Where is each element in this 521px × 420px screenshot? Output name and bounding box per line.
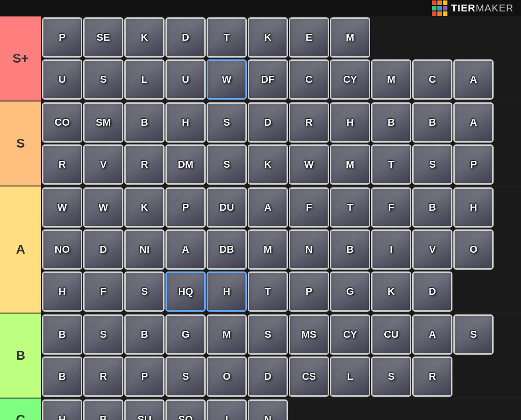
- char-D-a[interactable]: D: [83, 229, 123, 270]
- char-M[interactable]: M: [330, 17, 370, 58]
- char-U2[interactable]: U: [165, 59, 206, 100]
- char-W-a2[interactable]: W: [83, 187, 123, 228]
- char-S-s3[interactable]: S: [412, 144, 452, 185]
- char-B-b2[interactable]: B: [124, 314, 165, 355]
- char-H-a3[interactable]: HPI: [207, 271, 247, 312]
- char-S-s1[interactable]: S: [207, 102, 247, 143]
- char-R-b2[interactable]: R: [412, 356, 452, 397]
- char-W-s[interactable]: W: [289, 144, 329, 185]
- char-CS[interactable]: CS: [289, 356, 329, 397]
- char-DU[interactable]: DU: [207, 187, 247, 228]
- char-K-a2[interactable]: K: [371, 271, 411, 312]
- char-L[interactable]: L: [124, 59, 165, 100]
- char-B-c[interactable]: B: [83, 399, 123, 420]
- char-F-a2[interactable]: F: [371, 187, 411, 228]
- char-SE[interactable]: SE: [83, 17, 123, 58]
- char-SO[interactable]: SO: [165, 399, 206, 420]
- char-C2[interactable]: C: [412, 59, 452, 100]
- char-CU[interactable]: CU: [371, 314, 411, 355]
- char-H-a2[interactable]: H: [42, 271, 82, 312]
- char-H-a1[interactable]: H: [453, 187, 494, 228]
- char-L-b[interactable]: L: [330, 356, 370, 397]
- char-B-b1[interactable]: B: [42, 314, 82, 355]
- char-O-b[interactable]: O: [207, 356, 247, 397]
- char-V-s[interactable]: V: [83, 144, 123, 185]
- char-S-b4[interactable]: S: [165, 356, 206, 397]
- char-S-b2[interactable]: S: [248, 314, 288, 355]
- char-F-a1[interactable]: F: [289, 187, 329, 228]
- char-K2[interactable]: K: [248, 17, 288, 58]
- char-K[interactable]: K: [124, 17, 165, 58]
- char-D[interactable]: D: [165, 17, 206, 58]
- char-H-c[interactable]: H: [42, 399, 82, 420]
- char-DF[interactable]: DF: [248, 59, 288, 100]
- char-G-a[interactable]: G: [330, 271, 370, 312]
- char-P-a2[interactable]: P: [289, 271, 329, 312]
- char-P-s[interactable]: P: [453, 144, 494, 185]
- char-M-b[interactable]: M: [207, 314, 247, 355]
- char-K-a[interactable]: K: [124, 187, 165, 228]
- char-I-a[interactable]: I: [371, 229, 411, 270]
- char-S-s2[interactable]: S: [207, 144, 247, 185]
- char-S-a3[interactable]: S: [124, 271, 165, 312]
- char-D-b[interactable]: D: [248, 356, 288, 397]
- char-A-s1[interactable]: A: [453, 102, 494, 143]
- char-A-a2[interactable]: A: [165, 229, 206, 270]
- char-DM[interactable]: DM: [165, 144, 206, 185]
- char-G-b[interactable]: G: [165, 314, 206, 355]
- char-S-b5[interactable]: S: [371, 356, 411, 397]
- char-W-a1[interactable]: W: [42, 187, 82, 228]
- char-B-s1[interactable]: B: [124, 102, 165, 143]
- char-S-b1[interactable]: S: [83, 314, 123, 355]
- char-B-b3[interactable]: B: [42, 356, 82, 397]
- char-B-a1[interactable]: B: [412, 187, 452, 228]
- char-M2[interactable]: M: [371, 59, 411, 100]
- char-B-a2[interactable]: B: [330, 229, 370, 270]
- char-I-c[interactable]: I: [207, 399, 247, 420]
- char-H-s2[interactable]: H: [330, 102, 370, 143]
- char-CO[interactable]: CO: [42, 102, 82, 143]
- char-CY-b[interactable]: CY: [330, 314, 370, 355]
- char-SU[interactable]: SU: [124, 399, 165, 420]
- char-C[interactable]: C: [289, 59, 329, 100]
- char-SM[interactable]: SM: [83, 102, 123, 143]
- char-U[interactable]: U: [42, 59, 82, 100]
- char-D-a2[interactable]: D: [412, 271, 452, 312]
- char-M-a[interactable]: M: [248, 229, 288, 270]
- char-A-b[interactable]: A: [412, 314, 452, 355]
- char-M-s2[interactable]: M: [330, 144, 370, 185]
- char-S-b3[interactable]: S: [453, 314, 494, 355]
- char-DB[interactable]: DB: [207, 229, 247, 270]
- char-R-s2[interactable]: R: [42, 144, 82, 185]
- char-R-s1[interactable]: R: [289, 102, 329, 143]
- char-A-sp[interactable]: A: [453, 59, 494, 100]
- char-CY[interactable]: CY: [330, 59, 370, 100]
- char-B-s3[interactable]: B: [412, 102, 452, 143]
- char-K-s2[interactable]: K: [248, 144, 288, 185]
- char-T-a1[interactable]: T: [330, 187, 370, 228]
- char-R-b[interactable]: R: [83, 356, 123, 397]
- char-F-a3[interactable]: F: [83, 271, 123, 312]
- char-T-a2[interactable]: T: [248, 271, 288, 312]
- char-V-a[interactable]: V: [412, 229, 452, 270]
- char-P-a[interactable]: P: [165, 187, 206, 228]
- char-S-sp[interactable]: S: [83, 59, 123, 100]
- char-T-s[interactable]: T: [371, 144, 411, 185]
- char-R-s3[interactable]: R: [124, 144, 165, 185]
- char-NO[interactable]: NO: [42, 229, 82, 270]
- char-P[interactable]: P: [42, 17, 82, 58]
- char-A-a1[interactable]: A: [248, 187, 288, 228]
- char-NI[interactable]: NI: [124, 229, 165, 270]
- char-H-s1[interactable]: H: [165, 102, 206, 143]
- char-O-a[interactable]: O: [453, 229, 494, 270]
- char-HQ[interactable]: HQPI: [165, 271, 206, 312]
- char-T[interactable]: T: [207, 17, 247, 58]
- char-P-b[interactable]: P: [124, 356, 165, 397]
- char-D-s1[interactable]: D: [248, 102, 288, 143]
- char-W-sp[interactable]: WPI: [207, 59, 247, 100]
- char-N-a[interactable]: N: [289, 229, 329, 270]
- char-E[interactable]: E: [289, 17, 329, 58]
- char-B-s2[interactable]: B: [371, 102, 411, 143]
- char-N-c[interactable]: N: [248, 399, 288, 420]
- char-MS[interactable]: MS: [289, 314, 329, 355]
